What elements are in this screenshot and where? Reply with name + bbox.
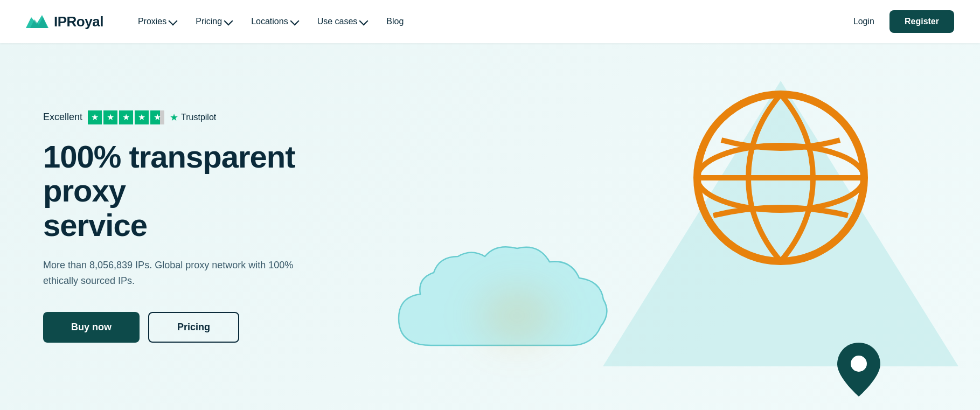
trustpilot-logo: ★ Trustpilot (170, 112, 216, 123)
nav-item-pricing[interactable]: Pricing (187, 12, 240, 31)
chevron-down-icon (169, 16, 178, 25)
login-button[interactable]: Login (845, 12, 883, 31)
trustpilot-bar: Excellent ★ ★ ★ ★ ★ ★ Trustpilot (43, 110, 356, 124)
hero-section: Excellent ★ ★ ★ ★ ★ ★ Trustpilot 100% tr… (0, 43, 980, 410)
nav-item-usecases[interactable]: Use cases (309, 12, 376, 31)
hero-illustration (356, 43, 937, 410)
nav-links: Proxies Pricing Locations Use cases Blog (129, 12, 845, 31)
navbar: IPRoyal Proxies Pricing Locations Use ca… (0, 0, 980, 43)
star-5-half: ★ (150, 110, 164, 124)
hero-title: 100% transparent proxy service (43, 140, 356, 242)
register-button[interactable]: Register (889, 10, 954, 33)
logo-icon (26, 13, 48, 30)
trustpilot-excellent: Excellent (43, 112, 82, 123)
nav-right: Login Register (845, 10, 954, 33)
brand-name: IPRoyal (54, 13, 103, 30)
logo-link[interactable]: IPRoyal (26, 13, 103, 30)
svg-point-3 (851, 356, 867, 372)
nav-item-proxies[interactable]: Proxies (129, 12, 185, 31)
chevron-down-icon (290, 16, 299, 25)
nav-item-locations[interactable]: Locations (242, 12, 307, 31)
nav-item-blog[interactable]: Blog (378, 12, 412, 31)
star-3: ★ (119, 110, 133, 124)
star-4: ★ (135, 110, 149, 124)
star-1: ★ (88, 110, 102, 124)
hero-subtitle: More than 8,056,839 IPs. Global proxy ne… (43, 258, 302, 289)
chevron-down-icon (359, 16, 369, 25)
buy-now-button[interactable]: Buy now (43, 312, 140, 343)
trustpilot-star-icon: ★ (170, 112, 178, 123)
chevron-down-icon (224, 16, 233, 25)
hero-left-content: Excellent ★ ★ ★ ★ ★ ★ Trustpilot 100% tr… (43, 110, 356, 343)
map-pin-shape (835, 340, 883, 399)
cloud-glow-effect (463, 275, 571, 356)
star-2: ★ (103, 110, 117, 124)
hero-buttons: Buy now Pricing (43, 312, 356, 343)
globe-shape (689, 86, 872, 269)
pricing-button[interactable]: Pricing (148, 312, 239, 343)
trustpilot-stars: ★ ★ ★ ★ ★ (88, 110, 164, 124)
